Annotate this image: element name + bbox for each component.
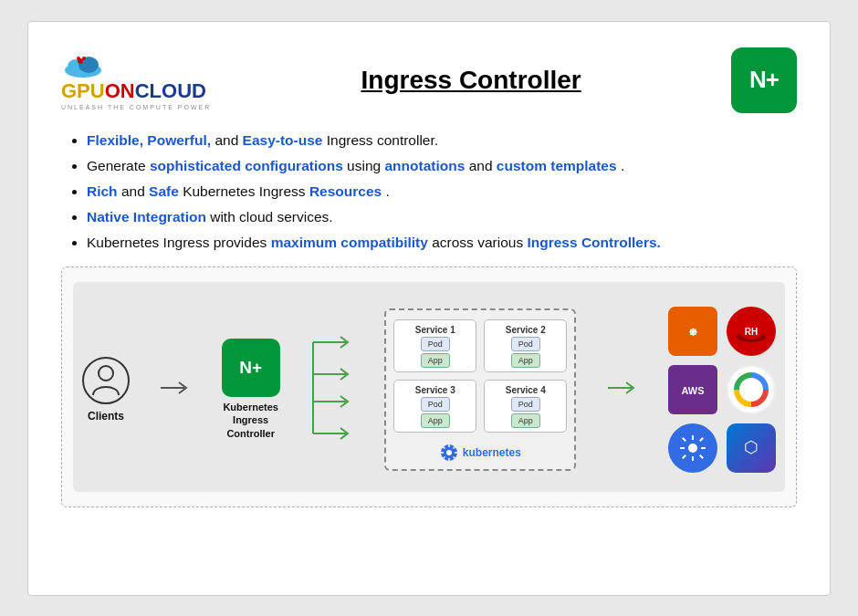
bullet1-highlight2: Easy-to-use <box>243 132 323 148</box>
service3-pod: Pod <box>421 397 450 412</box>
client-label: Clients <box>88 410 124 423</box>
k8s-logo-icon <box>678 433 707 463</box>
redhat-icon: RH <box>727 307 776 356</box>
kubernetes-cloud-icon <box>668 423 717 473</box>
nginx-controller-label: KubernetesIngressController <box>223 401 278 440</box>
service4-app: App <box>511 413 540 428</box>
bullet-item-5: Kubernetes Ingress provides maximum comp… <box>87 232 797 254</box>
rancher-logo-icon: ⎈ <box>677 316 708 347</box>
diagram-inner: Clients N+ KubernetesIngressController <box>73 282 785 492</box>
nginx-badge: N+ <box>731 47 797 113</box>
bullet-list: Flexible, Powerful, and Easy-to-use Ingr… <box>61 130 797 254</box>
bullet5-text2: across various <box>432 235 527 250</box>
bullet1-text1: and <box>214 132 242 148</box>
gcp-icon <box>727 365 776 414</box>
service4-pod: Pod <box>511 397 540 412</box>
svg-point-6 <box>99 366 113 381</box>
bullet3-highlight2: Safe <box>149 183 179 199</box>
bullet5-text1: Kubernetes Ingress provides <box>87 235 271 250</box>
svg-text:RH: RH <box>745 327 758 337</box>
svg-text:⬡: ⬡ <box>744 438 759 456</box>
bullet2-text2: using <box>347 158 384 173</box>
nginx-badge-small: N+ <box>222 339 280 397</box>
logo-on: ON <box>105 79 135 102</box>
svg-point-36 <box>745 383 758 396</box>
bullet4-text1: with cloud services. <box>210 209 332 224</box>
bullet4-highlight1: Native Integration <box>87 209 206 224</box>
azure-logo-icon: ⬡ <box>736 433 767 464</box>
aws-icon: AWS <box>668 365 717 414</box>
logo-gpu: GPU <box>61 79 105 102</box>
gcp-logo-icon <box>733 371 769 408</box>
multi-arrows-icon <box>309 306 355 470</box>
bullet2-highlight1: sophisticated configurations <box>150 158 343 173</box>
logo-text: GPUONCLOUD <box>61 79 206 103</box>
bullet3-text3: . <box>385 183 389 199</box>
service1-title: Service 1 <box>415 325 455 335</box>
service4-title: Service 4 <box>506 385 546 395</box>
slide-container: GPUONCLOUD UNLEASH THE COMPUTE POWER Ing… <box>27 21 831 596</box>
client-section: Clients <box>82 357 130 423</box>
bullet2-text3: and <box>469 158 497 173</box>
bullet2-highlight3: custom templates <box>497 158 617 173</box>
bullet-item-2: Generate sophisticated configurations us… <box>87 155 797 177</box>
logo-tagline: UNLEASH THE COMPUTE POWER <box>61 104 211 110</box>
page-title: Ingress Controller <box>211 66 731 95</box>
svg-point-38 <box>688 444 697 453</box>
service-card-3: Service 3 Pod App <box>393 380 476 433</box>
header-row: GPUONCLOUD UNLEASH THE COMPUTE POWER Ing… <box>61 47 797 113</box>
kubernetes-label: kubernetes <box>463 446 521 459</box>
cloud-icons-section: ⎈ RH AWS <box>668 307 776 473</box>
service1-pod: Pod <box>421 337 450 351</box>
svg-point-5 <box>77 57 80 60</box>
multi-arrow-area <box>309 306 355 474</box>
service2-pod: Pod <box>511 337 540 351</box>
kubernetes-badge: kubernetes <box>393 444 567 462</box>
arrow-to-cloud <box>606 377 639 402</box>
azure-icon: ⬡ <box>727 423 776 473</box>
svg-text:AWS: AWS <box>681 385 704 396</box>
bullet3-text1: and <box>121 183 149 199</box>
bullet-item-1: Flexible, Powerful, and Easy-to-use Ingr… <box>87 130 797 151</box>
client-icon <box>82 357 130 404</box>
bullet2-highlight2: annotations <box>384 158 465 173</box>
right-arrow-icon <box>159 377 192 399</box>
arrow-to-nginx <box>159 377 192 402</box>
bullet3-highlight1: Rich <box>87 183 118 199</box>
bullet-item-4: Native Integration with cloud services. <box>87 206 797 228</box>
bullet3-text2: Kubernetes Ingress <box>183 183 309 199</box>
kubernetes-wheel-icon <box>440 444 458 462</box>
bullet5-highlight2: Ingress Controllers. <box>527 235 660 250</box>
nginx-controller: N+ KubernetesIngressController <box>222 339 280 440</box>
service2-app: App <box>511 353 540 368</box>
bullet2-text4: . <box>621 158 624 173</box>
service3-app: App <box>421 413 450 428</box>
logo-area: GPUONCLOUD UNLEASH THE COMPUTE POWER <box>61 50 211 110</box>
diagram-container: Clients N+ KubernetesIngressController <box>61 266 797 507</box>
aws-logo-icon: AWS <box>676 373 709 406</box>
service-card-4: Service 4 Pod App <box>484 380 567 433</box>
bullet-item-3: Rich and Safe Kubernetes Ingress Resourc… <box>87 181 797 203</box>
service-card-2: Service 2 Pod App <box>484 319 567 372</box>
service-card-1: Service 1 Pod App <box>393 319 476 372</box>
bullet2-text1: Generate <box>87 158 150 173</box>
logo-cloud: CLOUD <box>135 79 206 102</box>
rancher-icon: ⎈ <box>668 307 717 356</box>
svg-point-18 <box>446 450 452 455</box>
logo-cloud-icon <box>61 50 105 79</box>
person-icon <box>91 364 120 397</box>
services-box: Service 1 Pod App Service 2 Pod App Serv… <box>384 308 576 471</box>
bullet1-text2: Ingress controller. <box>327 132 438 148</box>
right-arrow-2-icon <box>606 377 639 399</box>
svg-point-4 <box>82 57 86 60</box>
service2-title: Service 2 <box>506 325 546 335</box>
bullet3-highlight3: Resources <box>309 183 382 199</box>
bullet1-highlight1: Flexible, Powerful, <box>87 132 211 148</box>
redhat-logo-icon: RH <box>734 318 769 344</box>
service3-title: Service 3 <box>415 385 455 395</box>
service1-app: App <box>421 353 450 368</box>
bullet5-highlight1: maximum compatibility <box>271 235 428 250</box>
svg-text:⎈: ⎈ <box>689 324 697 339</box>
